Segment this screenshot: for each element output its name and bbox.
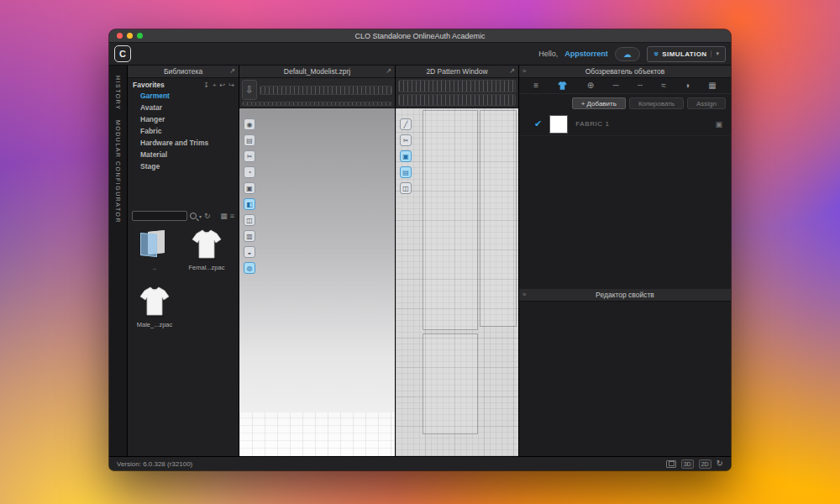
folder-up-icon <box>136 228 173 261</box>
drop-tool-icon[interactable]: ⇩ <box>242 80 257 100</box>
garment-tab-icon[interactable] <box>557 81 568 91</box>
list-item-parent-folder[interactable]: .. <box>133 228 176 271</box>
sidebar-item-stage[interactable]: Stage <box>128 160 239 172</box>
app-window: CLO Standalone OnlineAuth Academic C Hel… <box>109 29 731 470</box>
library-panel: Библиотека ↗ Favorites ↧ + ↩ ↪ Garment A… <box>128 66 239 456</box>
avatar-tool-icon[interactable]: ◉ <box>244 118 255 130</box>
search-filter-caret-icon[interactable]: ▾ <box>199 213 202 219</box>
sidebar-item-garment[interactable]: Garment <box>128 90 239 102</box>
sync-refresh-icon[interactable]: ↻ <box>717 459 723 468</box>
toolbar-tick-buttons-row2[interactable] <box>398 94 516 107</box>
stitch-tab-icon[interactable]: ≈ <box>661 81 666 90</box>
add-icon[interactable]: + <box>213 81 217 89</box>
line-tab-icon[interactable]: ─ <box>612 81 618 90</box>
tshirt-thumbnail-icon <box>188 228 225 261</box>
assign-button[interactable]: Assign <box>687 97 726 109</box>
transform-tool-icon[interactable]: ╱ <box>400 118 412 130</box>
edit-pattern-tool-icon[interactable]: ✂ <box>400 134 412 146</box>
render-tool-icon[interactable]: ◍ <box>244 262 255 274</box>
view-2d-button[interactable]: 2D <box>699 459 711 469</box>
scissors-tool-icon[interactable]: ✂ <box>244 150 255 162</box>
clo-logo-icon[interactable]: C <box>114 45 131 62</box>
tab-modular-configurator[interactable]: MODULAR CONFIGURATOR <box>115 120 121 223</box>
tab-history[interactable]: HISTORY <box>115 76 121 110</box>
toolbar-tick-buttons-row2[interactable] <box>242 102 392 106</box>
object-browser-header[interactable]: » Обозреватель объектов <box>519 66 731 78</box>
viewport-floor-grid <box>239 412 395 456</box>
delete-fabric-icon[interactable]: ▣ <box>715 120 722 129</box>
cloud-icon: ☁ <box>623 50 632 59</box>
copy-button[interactable]: Копировать <box>629 97 684 109</box>
property-editor-header[interactable]: » Редактор свойств <box>519 289 731 302</box>
viewport-3d-canvas[interactable]: ◉ ▤ ✂ ◔ ▣ ◧ ◫ ▥ ◒ ◍ <box>239 108 395 456</box>
simulation-chevrons-icon: » <box>652 51 660 56</box>
collapse-chevron-icon[interactable]: » <box>522 291 526 298</box>
sidebar-item-avatar[interactable]: Avatar <box>128 102 239 113</box>
cloud-sync-button[interactable]: ☁ <box>615 47 640 61</box>
property-editor-empty-area <box>519 302 731 456</box>
pattern-2d-toolbar <box>396 78 518 108</box>
collapse-chevron-icon[interactable]: » <box>522 67 526 75</box>
pattern-piece[interactable] <box>423 333 478 434</box>
polygon-tool-icon[interactable]: ▣ <box>400 150 412 162</box>
sidebar-item-hanger[interactable]: Hanger <box>128 113 239 125</box>
pattern-2d-tool-strip: ╱ ✂ ▣ ▤ ◫ <box>400 118 412 194</box>
sewing-2d-tool-icon[interactable]: ▤ <box>400 166 412 178</box>
pattern-2d-popout-icon[interactable]: ↗ <box>509 67 515 75</box>
sidebar-item-material[interactable]: Material <box>128 149 239 160</box>
simulation-label: SIMULATION <box>662 50 706 58</box>
sewing-tool-icon[interactable]: ▣ <box>244 182 255 194</box>
titlebar[interactable]: CLO Standalone OnlineAuth Academic <box>109 29 731 43</box>
check-icon[interactable]: ✔ <box>534 118 542 129</box>
button-tab-icon[interactable]: ▦ <box>708 81 716 90</box>
pattern-piece[interactable] <box>480 110 517 327</box>
sidebar-item-hardware-and-trims[interactable]: Hardware and Trims <box>128 137 239 149</box>
viewport-3d-tool-strip: ◉ ▤ ✂ ◔ ▣ ◧ ◫ ▥ ◒ ◍ <box>244 118 255 274</box>
measure-tool-icon[interactable]: ▥ <box>244 230 255 242</box>
notch-tool-icon[interactable]: ◫ <box>400 182 412 194</box>
fabric-tab-icon[interactable]: ◑ <box>685 81 690 90</box>
toolbar-tick-buttons-row1[interactable] <box>398 80 516 92</box>
forward-icon[interactable]: ↪ <box>228 81 234 89</box>
search-icon[interactable] <box>190 213 197 219</box>
list-view-icon[interactable]: ≡ <box>230 212 234 220</box>
avatar-tab-icon[interactable]: ⊕ <box>587 81 594 90</box>
viewport-3d-panel: Default_Modelist.zprj ↗ ⇩ ◉ ▤ ✂ ◔ ▣ ◧ <box>239 66 396 456</box>
layer-tool-icon[interactable]: ◫ <box>244 214 255 226</box>
fabric-list-item[interactable]: ✔ FABRIC 1 ▣ <box>519 113 731 136</box>
version-text: Version: 6.0.328 (r32100) <box>117 460 192 468</box>
pattern-piece[interactable] <box>423 110 478 330</box>
simulation-caret-icon[interactable]: ▾ <box>711 50 719 57</box>
import-icon[interactable]: ↧ <box>203 81 209 89</box>
viewport-3d-toolbar: ⇩ <box>239 78 395 108</box>
add-button[interactable]: + Добавить <box>572 97 626 109</box>
toolbar-tick-buttons-row1[interactable] <box>260 86 392 95</box>
scene-list-icon[interactable]: ≡ <box>533 81 538 90</box>
greeting-text: Hello, <box>538 50 558 58</box>
fold-tool-icon[interactable]: ◒ <box>244 246 255 258</box>
library-root-row[interactable]: Favorites ↧ + ↩ ↪ <box>128 78 239 90</box>
view-3d-button[interactable]: 3D <box>681 459 694 469</box>
pin-tool-icon[interactable]: ◔ <box>244 166 255 178</box>
username-link[interactable]: Appstorrent <box>564 50 608 58</box>
fabric-swatch[interactable] <box>549 115 568 134</box>
refresh-icon[interactable]: ↻ <box>204 212 211 220</box>
list-item-female-garment[interactable]: Femal...zpac <box>185 228 228 271</box>
texture-tool-icon[interactable]: ◧ <box>244 198 255 210</box>
window-title: CLO Standalone OnlineAuth Academic <box>109 32 731 40</box>
grid-view-icon[interactable]: ▦ <box>220 212 228 220</box>
library-title: Библиотека <box>164 67 202 76</box>
sidebar-item-fabric[interactable]: Fabric <box>128 125 239 137</box>
layout-windows-icon[interactable] <box>666 460 676 468</box>
list-item-male-garment[interactable]: Male_...zpac <box>133 285 176 328</box>
status-bar: Version: 6.0.328 (r32100) 3D 2D ↻ <box>109 456 731 470</box>
viewport-3d-header: Default_Modelist.zprj ↗ <box>239 66 395 78</box>
library-popout-icon[interactable]: ↗ <box>229 67 235 75</box>
back-icon[interactable]: ↩ <box>220 81 226 89</box>
search-input[interactable] <box>132 211 187 221</box>
garment-tool-icon[interactable]: ▤ <box>244 134 255 146</box>
simulation-button[interactable]: » SIMULATION ▾ <box>647 46 726 62</box>
pattern-2d-canvas[interactable]: ╱ ✂ ▣ ▤ ◫ <box>396 108 518 456</box>
viewport-3d-popout-icon[interactable]: ↗ <box>386 67 391 75</box>
baseline-tab-icon[interactable]: ╌ <box>638 81 643 90</box>
